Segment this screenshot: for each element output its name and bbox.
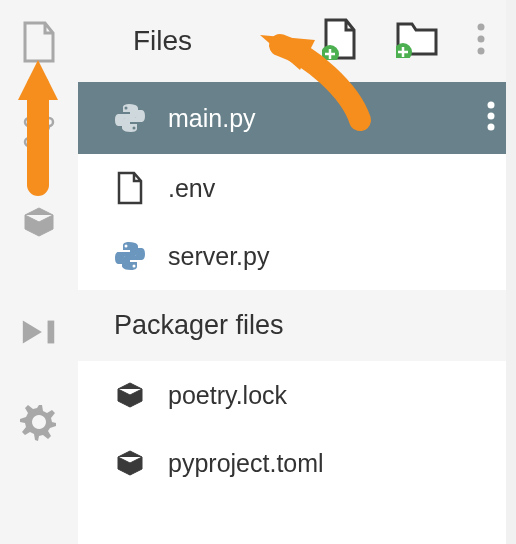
file-more-icon[interactable] bbox=[486, 100, 496, 136]
file-row[interactable]: pyproject.toml bbox=[78, 429, 516, 497]
package-icon bbox=[114, 447, 146, 479]
new-file-button[interactable] bbox=[322, 18, 360, 64]
svg-point-14 bbox=[488, 124, 495, 131]
file-icon bbox=[114, 172, 146, 204]
panel-title: Files bbox=[133, 25, 192, 57]
new-folder-button[interactable] bbox=[396, 20, 440, 62]
svg-rect-3 bbox=[48, 321, 55, 344]
files-header: Files bbox=[78, 0, 516, 82]
header-actions bbox=[322, 18, 486, 64]
svg-point-13 bbox=[488, 113, 495, 120]
file-list: main.py .env bbox=[78, 82, 516, 544]
svg-point-4 bbox=[33, 416, 45, 428]
packages-icon[interactable] bbox=[19, 202, 59, 242]
version-control-icon[interactable] bbox=[19, 112, 59, 152]
svg-point-11 bbox=[133, 127, 136, 130]
file-label: poetry.lock bbox=[168, 381, 287, 410]
settings-icon[interactable] bbox=[19, 402, 59, 442]
svg-point-12 bbox=[488, 102, 495, 109]
svg-point-8 bbox=[478, 36, 485, 43]
svg-point-15 bbox=[125, 245, 128, 248]
file-label: pyproject.toml bbox=[168, 449, 324, 478]
svg-point-0 bbox=[25, 118, 33, 126]
file-row[interactable]: poetry.lock bbox=[78, 361, 516, 429]
section-header: Packager files bbox=[78, 290, 516, 361]
run-icon[interactable] bbox=[19, 312, 59, 352]
file-label: .env bbox=[168, 174, 215, 203]
python-icon bbox=[114, 102, 146, 134]
file-row[interactable]: main.py bbox=[78, 82, 516, 154]
python-icon bbox=[114, 240, 146, 272]
svg-point-7 bbox=[478, 24, 485, 31]
files-tab-icon[interactable] bbox=[19, 22, 59, 62]
svg-point-16 bbox=[133, 265, 136, 268]
package-icon bbox=[114, 379, 146, 411]
file-label: main.py bbox=[168, 104, 256, 133]
svg-point-9 bbox=[478, 48, 485, 55]
main-panel: Files bbox=[78, 0, 516, 544]
svg-point-10 bbox=[125, 107, 128, 110]
file-label: server.py bbox=[168, 242, 269, 271]
right-edge bbox=[506, 0, 516, 544]
file-row[interactable]: .env bbox=[78, 154, 516, 222]
more-menu-icon[interactable] bbox=[476, 22, 486, 60]
file-row[interactable]: server.py bbox=[78, 222, 516, 290]
svg-point-2 bbox=[45, 118, 53, 126]
sidebar bbox=[0, 0, 78, 544]
